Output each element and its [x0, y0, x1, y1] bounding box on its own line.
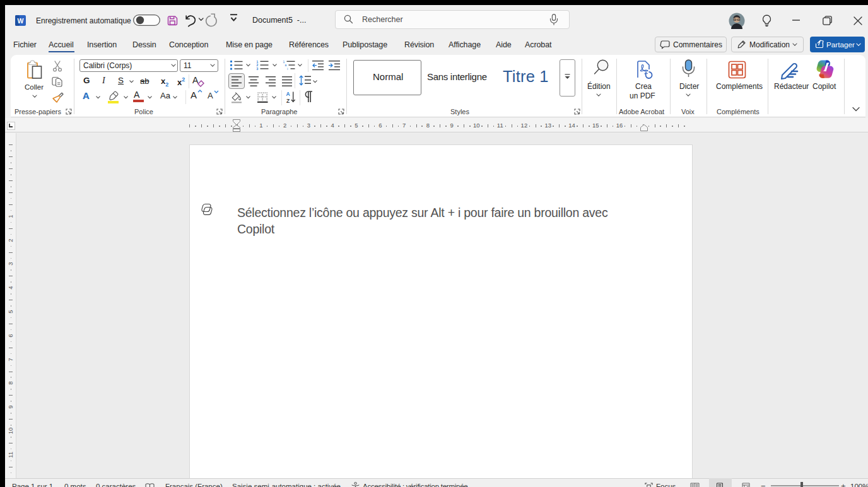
svg-text:3: 3 [256, 67, 258, 71]
svg-text:Z: Z [286, 98, 290, 104]
svg-text:A: A [286, 91, 290, 97]
svg-text:a: a [284, 63, 286, 67]
svg-text:i: i [287, 67, 288, 71]
svg-text:W: W [18, 17, 24, 25]
